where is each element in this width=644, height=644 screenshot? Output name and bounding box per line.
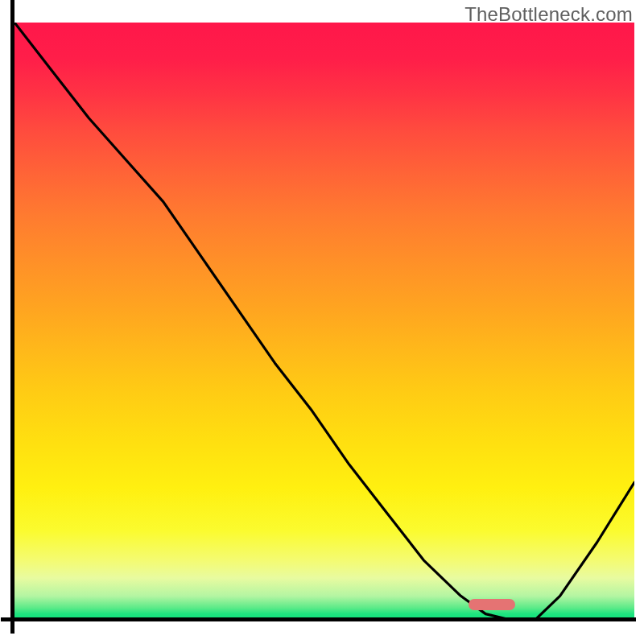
curve-line: [14, 23, 634, 620]
plot-area: [14, 23, 634, 633]
optimal-marker: [469, 599, 515, 610]
watermark-text: TheBottleneck.com: [464, 3, 633, 26]
